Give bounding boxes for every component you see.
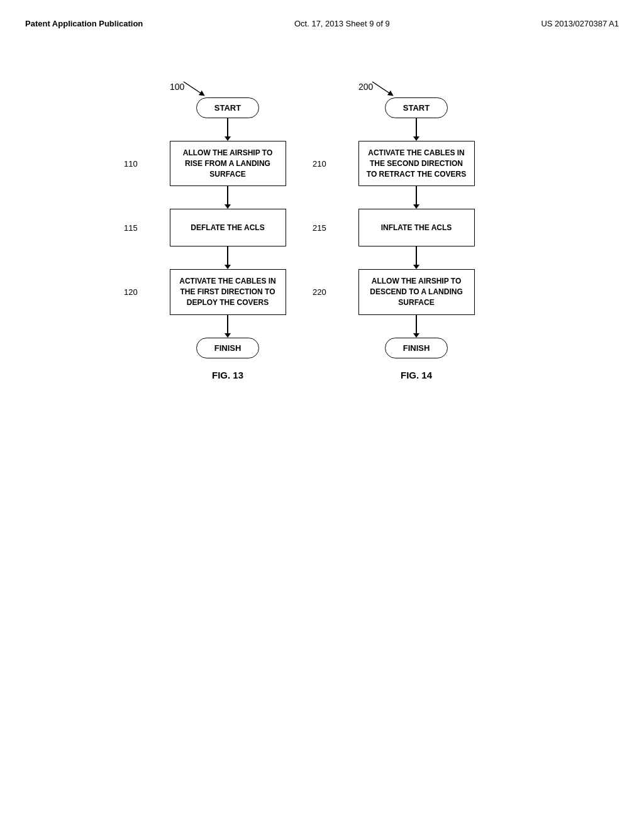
header-left: Patent Application Publication xyxy=(25,19,143,28)
ref-120: 120 xyxy=(124,287,138,297)
arrow2-14 xyxy=(413,186,419,209)
arrow4-14 xyxy=(413,315,419,338)
fig14-finish-row: FINISH xyxy=(347,338,486,358)
arrow4-13 xyxy=(225,315,231,338)
page-header: Patent Application Publication Oct. 17, … xyxy=(25,19,619,28)
ref-110: 110 xyxy=(124,159,138,169)
fig13-node110-row: 110 ALLOW THE AIRSHIP TO RISE FROM A LAN… xyxy=(158,141,297,186)
fig14-node215: INFLATE THE ACLS xyxy=(358,209,475,246)
svg-line-1 xyxy=(372,82,391,94)
page: Patent Application Publication Oct. 17, … xyxy=(0,0,644,830)
fig14-ref-arrow xyxy=(366,79,404,97)
ref-220: 220 xyxy=(313,287,326,297)
svg-line-0 xyxy=(184,82,203,94)
fig13-start-row: START xyxy=(158,97,297,118)
fig13-finish-node: FINISH xyxy=(196,338,260,358)
diagram-area: 100 START xyxy=(25,79,619,380)
arrow2-13 xyxy=(225,186,231,209)
fig14-start-node: START xyxy=(385,97,448,118)
arrow3-13 xyxy=(225,246,231,269)
fig14-node215-row: 215 INFLATE THE ACLS xyxy=(347,209,486,246)
fig13-node110: ALLOW THE AIRSHIP TO RISE FROM A LANDING… xyxy=(170,141,286,186)
fig14-node210: ACTIVATE THE CABLES IN THE SECOND DIRECT… xyxy=(358,141,475,186)
fig14-label: FIG. 14 xyxy=(401,370,432,380)
fig14-finish-node: FINISH xyxy=(385,338,448,358)
fig14-node210-row: 210 ACTIVATE THE CABLES IN THE SECOND DI… xyxy=(347,141,486,186)
ref-215: 215 xyxy=(313,223,326,233)
fig13-node120: ACTIVATE THE CABLES IN THE FIRST DIRECTI… xyxy=(170,269,286,314)
fig13-ref-arrow xyxy=(177,79,215,97)
ref-115: 115 xyxy=(124,223,138,233)
header-center: Oct. 17, 2013 Sheet 9 of 9 xyxy=(294,19,390,28)
fig13-node115-row: 115 DEFLATE THE ACLS xyxy=(158,209,297,246)
fig13-start-node: START xyxy=(196,97,259,118)
fig14-node220: ALLOW THE AIRSHIP TO DESCEND TO A LANDIN… xyxy=(358,269,475,314)
fig13-finish-row: FINISH xyxy=(158,338,297,358)
fig13-label: FIG. 13 xyxy=(212,370,243,380)
fig13-node120-row: 120 ACTIVATE THE CABLES IN THE FIRST DIR… xyxy=(158,269,297,314)
fig14-start-row: START xyxy=(347,97,486,118)
fig13-node115: DEFLATE THE ACLS xyxy=(170,209,286,246)
arrow3-14 xyxy=(413,246,419,269)
ref-210: 210 xyxy=(313,159,326,169)
fig14-node220-row: 220 ALLOW THE AIRSHIP TO DESCEND TO A LA… xyxy=(347,269,486,314)
arrow1-14 xyxy=(413,118,419,141)
header-right: US 2013/0270387 A1 xyxy=(541,19,619,28)
arrow1-13 xyxy=(225,118,231,141)
